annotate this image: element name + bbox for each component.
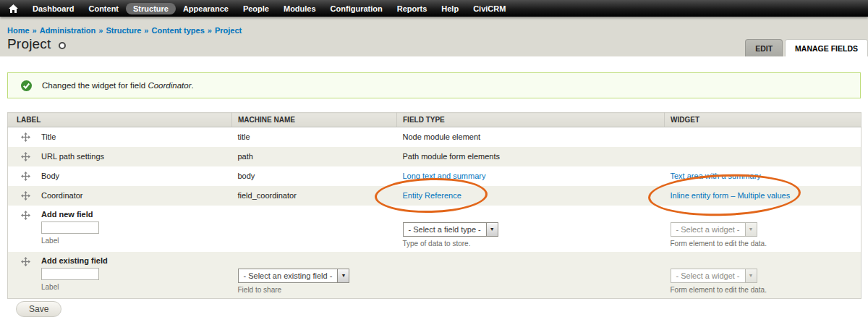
toolbar-item-people[interactable]: People — [236, 3, 276, 14]
breadcrumb-separator: » — [144, 26, 148, 35]
toolbar-item-structure[interactable]: Structure — [126, 3, 176, 14]
table-row-coordinator: Coordinator field_coordinator Entity Ref… — [8, 186, 861, 206]
add-existing-field-row: Add existing field Label - Select an exi… — [8, 252, 861, 299]
add-new-field-row: Add new field Label - Select a field typ… — [8, 206, 861, 252]
field-type-link[interactable]: Entity Reference — [403, 191, 461, 200]
breadcrumb-link-home[interactable]: Home — [7, 26, 30, 35]
widget-select-disabled: - Select a widget - ▼ — [671, 269, 757, 283]
add-existing-field-title: Add existing field — [41, 256, 108, 265]
breadcrumb-separator: » — [208, 26, 212, 35]
breadcrumb: Home»Administration»Structure»Content ty… — [7, 26, 242, 35]
manage-fields-table: LABEL MACHINE NAME FIELD TYPE WIDGET Tit… — [7, 112, 861, 299]
column-header-label: LABEL — [8, 113, 232, 127]
admin-toolbar: Dashboard Content Structure Appearance P… — [0, 0, 868, 17]
status-message-text: Changed the widget for field Coordinator… — [42, 81, 194, 90]
column-header-field-type: FIELD TYPE — [397, 113, 665, 127]
configure-shortcut-icon[interactable] — [59, 42, 66, 49]
column-header-machine-name: MACHINE NAME — [232, 113, 397, 127]
column-header-widget: WIDGET — [665, 113, 861, 127]
add-new-field-title: Add new field — [41, 210, 99, 219]
breadcrumb-separator: » — [98, 26, 103, 35]
label-caption: Label — [41, 283, 108, 291]
breadcrumb-link-project[interactable]: Project — [215, 26, 242, 35]
drupal-manage-fields-page: Dashboard Content Structure Appearance P… — [0, 0, 868, 325]
status-field-name: Coordinator — [148, 81, 191, 90]
drag-handle-icon[interactable] — [21, 257, 30, 266]
chevron-down-icon: ▼ — [745, 269, 757, 282]
chevron-down-icon: ▼ — [745, 223, 757, 236]
toolbar-item-civicrm[interactable]: CiviCRM — [466, 3, 513, 14]
drag-handle-icon[interactable] — [21, 211, 30, 220]
new-field-label-input[interactable] — [41, 221, 99, 234]
toolbar-item-content[interactable]: Content — [81, 3, 126, 14]
existing-field-caption: Field to share — [238, 286, 391, 294]
save-button[interactable]: Save — [16, 301, 61, 317]
primary-tabs: EDIT MANAGE FIELDS — [745, 39, 868, 56]
tab-manage-fields[interactable]: MANAGE FIELDS — [785, 39, 868, 56]
field-type-select[interactable]: - Select a field type - ▼ — [403, 222, 498, 237]
field-widget-link[interactable]: Inline entity form – Multiple values — [671, 191, 791, 200]
field-label: Title — [41, 132, 56, 141]
field-machine-name: field_coordinator — [232, 186, 397, 206]
breadcrumb-link-administration[interactable]: Administration — [40, 26, 96, 35]
toolbar-item-dashboard[interactable]: Dashboard — [25, 3, 81, 14]
table-row-body: Body body Long text and summary Text are… — [8, 166, 861, 186]
field-type-link[interactable]: Long text and summary — [403, 172, 486, 180]
field-widget-text — [665, 127, 861, 147]
toolbar-item-reports[interactable]: Reports — [390, 3, 435, 14]
field-type-caption: Type of data to store. — [403, 240, 659, 248]
chevron-down-icon: ▼ — [337, 269, 349, 282]
existing-field-label-input[interactable] — [41, 268, 99, 280]
breadcrumb-link-structure[interactable]: Structure — [106, 26, 141, 35]
widget-select-disabled: - Select a widget - ▼ — [671, 222, 757, 237]
field-type-text: Path module form elements — [397, 147, 665, 166]
page-title: Project — [7, 36, 51, 52]
field-label: URL path settings — [41, 152, 104, 161]
field-widget-text — [665, 147, 861, 166]
drag-handle-icon[interactable] — [21, 191, 30, 201]
toolbar-item-appearance[interactable]: Appearance — [176, 3, 236, 14]
field-machine-name: body — [232, 166, 397, 186]
field-label: Coordinator — [41, 191, 82, 200]
tab-edit[interactable]: EDIT — [745, 39, 783, 56]
label-caption: Label — [41, 237, 99, 245]
home-icon[interactable] — [9, 4, 18, 13]
table-row-url-path: URL path settings path Path module form … — [8, 147, 861, 166]
toolbar-item-modules[interactable]: Modules — [276, 3, 323, 14]
field-machine-name: path — [232, 147, 397, 166]
drag-handle-icon[interactable] — [21, 132, 30, 142]
drag-handle-icon[interactable] — [21, 172, 30, 181]
field-machine-name: title — [232, 127, 397, 147]
widget-caption: Form element to edit the data. — [671, 286, 856, 294]
field-widget-link[interactable]: Text area with a summary — [671, 172, 761, 180]
page-header: Home»Administration»Structure»Content ty… — [0, 17, 868, 56]
breadcrumb-separator: » — [33, 26, 37, 35]
field-type-text: Node module element — [397, 127, 665, 147]
existing-field-select[interactable]: - Select an existing field - ▼ — [238, 269, 350, 283]
drag-handle-icon[interactable] — [21, 152, 30, 161]
table-row-title: Title title Node module element — [8, 127, 861, 147]
widget-caption: Form element to edit the data. — [671, 240, 856, 248]
field-label: Body — [41, 172, 59, 180]
chevron-down-icon: ▼ — [486, 223, 498, 236]
breadcrumb-link-content-types[interactable]: Content types — [151, 26, 204, 35]
status-message: Changed the widget for field Coordinator… — [7, 72, 861, 98]
success-check-icon — [21, 80, 32, 91]
table-header-row: LABEL MACHINE NAME FIELD TYPE WIDGET — [8, 113, 861, 127]
toolbar-item-help[interactable]: Help — [434, 3, 466, 14]
toolbar-item-configuration[interactable]: Configuration — [323, 3, 390, 14]
